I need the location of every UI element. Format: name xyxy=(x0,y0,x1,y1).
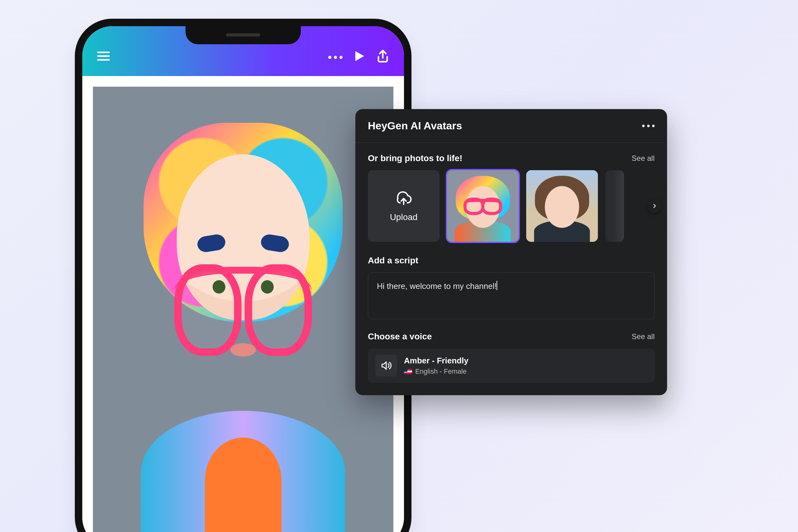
avatar-tile-peek[interactable] xyxy=(605,170,624,242)
flag-us-icon xyxy=(404,369,412,374)
voice-heading: Choose a voice xyxy=(368,331,432,342)
voice-language-text: English - Female xyxy=(415,367,467,376)
avatar-tile-boy[interactable] xyxy=(526,170,598,242)
avatar-thumb xyxy=(447,170,519,242)
play-icon[interactable] xyxy=(352,49,366,65)
share-icon[interactable] xyxy=(375,49,390,65)
voice-language: English - Female xyxy=(404,367,469,376)
photos-heading: Or bring photos to life! xyxy=(368,153,462,163)
phone-notch xyxy=(186,25,301,44)
voice-meta: Amber - Friendly English - Female xyxy=(404,356,469,376)
avatar-main xyxy=(115,87,370,532)
upload-tile[interactable]: Upload xyxy=(368,170,439,242)
photos-list: Upload xyxy=(368,170,654,242)
more-icon[interactable] xyxy=(328,50,343,65)
script-value: Hi there, welcome to my channel! xyxy=(377,281,497,291)
panel-title: HeyGen AI Avatars xyxy=(368,120,462,132)
speaker-icon xyxy=(375,355,397,377)
heygen-panel: HeyGen AI Avatars Or bring photos to lif… xyxy=(355,109,667,395)
avatar-thumb xyxy=(526,170,598,242)
voice-header: Choose a voice See all xyxy=(368,331,654,342)
voice-option[interactable]: Amber - Friendly English - Female xyxy=(368,348,654,383)
avatar-tile-rainbow[interactable] xyxy=(447,170,519,242)
panel-header: HeyGen AI Avatars xyxy=(355,109,667,143)
phone-speaker xyxy=(226,33,260,36)
script-header: Add a script xyxy=(368,255,654,266)
voice-see-all[interactable]: See all xyxy=(632,332,654,341)
text-cursor xyxy=(497,281,497,290)
script-input[interactable]: Hi there, welcome to my channel! xyxy=(368,272,654,319)
cloud-upload-icon xyxy=(395,190,413,207)
scroll-right-button[interactable] xyxy=(648,199,662,213)
chevron-right-icon xyxy=(651,203,658,209)
photos-header: Or bring photos to life! See all xyxy=(368,153,654,163)
canvas[interactable] xyxy=(93,87,393,532)
photos-see-all[interactable]: See all xyxy=(632,154,654,163)
menu-icon[interactable] xyxy=(96,49,111,65)
script-heading: Add a script xyxy=(368,255,418,266)
panel-more-icon[interactable] xyxy=(642,125,654,127)
svg-marker-3 xyxy=(382,362,386,369)
upload-label: Upload xyxy=(390,212,418,222)
voice-name: Amber - Friendly xyxy=(404,356,469,365)
